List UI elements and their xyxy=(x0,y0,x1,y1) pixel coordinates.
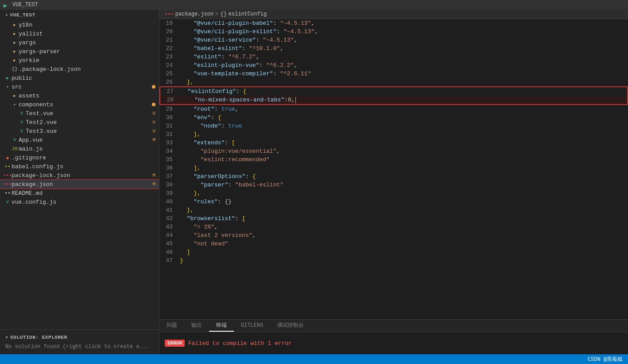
tree-item-label: .gitignore xyxy=(12,155,159,161)
tree-item-label: Test2.vue xyxy=(26,119,152,126)
line-content[interactable]: "parser": "babel-eslint" xyxy=(178,181,628,189)
line-content[interactable]: "last 2 versions", xyxy=(178,231,628,240)
line-content[interactable]: "not dead" xyxy=(178,240,628,248)
line-number: 29 xyxy=(159,105,178,113)
code-line: 28 "no-mixed-spaces-and-tabs":0, xyxy=(159,96,628,105)
file-icon: ▪▪ xyxy=(4,189,12,197)
sidebar: ▾ VUE_TEST ▶y18n▶yallist▶yargs▶yargs-par… xyxy=(0,10,159,354)
panel-tab-problems[interactable]: 问题 xyxy=(159,320,184,332)
line-content[interactable]: "rules": {} xyxy=(178,197,628,206)
tree-item-babel.config.js[interactable]: ▪▪babel.config.js xyxy=(0,162,159,171)
line-content[interactable]: "parserOptions": { xyxy=(178,172,628,181)
line-content[interactable]: "@vue/cli-plugin-eslint": "~4.5.13", xyxy=(178,27,628,36)
line-content[interactable]: ] xyxy=(178,248,628,256)
panel-tab-terminal[interactable]: 终端 xyxy=(209,320,234,332)
title-bar: ▶ VUE_TEST xyxy=(0,0,628,10)
line-number: 19 xyxy=(159,19,178,27)
solution-explorer-title[interactable]: ▾ SOLUTION: EXPLORER xyxy=(0,333,159,342)
tree-item-main.js[interactable]: JSmain.js xyxy=(0,144,159,153)
tree-item-package-lock.json[interactable]: ▪▪▪package-lock.jsonM xyxy=(0,171,159,180)
code-line: 26 }, xyxy=(159,78,628,86)
title-bar-text: VUE_TEST xyxy=(12,2,38,8)
line-content[interactable]: "no-mixed-spaces-and-tabs":0, xyxy=(179,96,627,104)
code-line: 36 ], xyxy=(159,164,628,172)
line-content[interactable]: "eslintConfig": { xyxy=(179,87,627,96)
tree-item-vue.config.js[interactable]: Vvue.config.js xyxy=(0,197,159,206)
tree-item-Test.vue[interactable]: VTest.vueU xyxy=(0,109,159,118)
panel-tab-output[interactable]: 输出 xyxy=(184,320,209,332)
line-content[interactable]: } xyxy=(178,256,628,265)
line-content[interactable]: }, xyxy=(178,130,628,139)
file-badge: M xyxy=(152,137,155,143)
modified-dot xyxy=(152,85,155,89)
panel-tab-debugconsole[interactable]: 调试控制台 xyxy=(270,320,311,332)
tree-item-Test2.vue[interactable]: VTest2.vueU xyxy=(0,118,159,127)
line-content[interactable]: "browserslist": [ xyxy=(178,214,628,223)
line-content[interactable]: "babel-eslint": "^10.1.0", xyxy=(178,44,628,53)
tree-item-yallist[interactable]: ▶yallist xyxy=(0,29,159,38)
panel-tabs: 问题输出终端GITLENS调试控制台 xyxy=(159,320,628,332)
tree-item-assets[interactable]: ▶assets xyxy=(0,91,159,100)
line-number: 21 xyxy=(159,36,178,44)
tree-item-label: package.json xyxy=(12,181,152,188)
tree-item-src[interactable]: ▾src xyxy=(0,82,159,91)
tree-item-label: package-lock.json xyxy=(12,172,152,179)
file-icon: ▶ xyxy=(11,56,19,64)
tree-item-package-lock-json-root[interactable]: {}.package-lock.json xyxy=(0,65,159,74)
tree-item-App.vue[interactable]: VApp.vueM xyxy=(0,136,159,144)
tree-item-label: src xyxy=(12,84,152,90)
tree-item-public[interactable]: ▶public xyxy=(0,74,159,82)
line-content[interactable]: "eslint:recommended" xyxy=(178,155,628,164)
line-content[interactable]: }, xyxy=(178,78,628,86)
line-content[interactable]: "@vue/cli-plugin-babel": "~4.5.13", xyxy=(178,19,628,27)
code-editor[interactable]: 19 "@vue/cli-plugin-babel": "~4.5.13",20… xyxy=(159,19,628,319)
tree-item-gitignore[interactable]: ◆.gitignore xyxy=(0,153,159,162)
line-number: 43 xyxy=(159,223,178,231)
file-icon: ▾ xyxy=(11,101,19,108)
breadcrumb-section: eslintConfig xyxy=(229,11,267,17)
sidebar-section-title[interactable]: ▾ VUE_TEST xyxy=(0,10,159,20)
line-content[interactable]: "extends": [ xyxy=(178,139,628,147)
tree-item-components[interactable]: ▾components xyxy=(0,100,159,109)
line-content[interactable]: "eslint-plugin-vue": "^6.2.2", xyxy=(178,61,628,70)
tree-item-yorkie[interactable]: ▶yorkie xyxy=(0,56,159,65)
tree-item-yargs[interactable]: ▶yargs xyxy=(0,38,159,47)
line-content[interactable]: }, xyxy=(178,206,628,214)
tree-item-README.md[interactable]: ▪▪README.md xyxy=(0,189,159,197)
file-icon: V xyxy=(18,118,26,126)
line-content[interactable]: "plugin:vue/essential", xyxy=(178,147,628,155)
line-number: 27 xyxy=(160,87,179,96)
line-content[interactable]: }, xyxy=(178,189,628,197)
file-icon: ▶ xyxy=(11,39,19,46)
tree-item-y18n[interactable]: ▶y18n xyxy=(0,20,159,29)
breadcrumb-file[interactable]: package.json xyxy=(175,11,213,17)
line-content[interactable]: "vue-template-compiler": "^2.6.11" xyxy=(178,70,628,78)
line-content[interactable]: "env": { xyxy=(178,113,628,122)
line-number: 24 xyxy=(159,61,178,70)
code-line: 23 "eslint": "^6.7.2", xyxy=(159,53,628,61)
code-line: 30 "env": { xyxy=(159,113,628,122)
panel-tab-gitlens[interactable]: GITLENS xyxy=(234,320,270,332)
line-number: 37 xyxy=(159,172,178,181)
line-content[interactable]: "eslint": "^6.7.2", xyxy=(178,53,628,61)
line-content[interactable]: "node": true xyxy=(178,122,628,130)
line-number: 25 xyxy=(159,70,178,78)
line-content[interactable]: ], xyxy=(178,164,628,172)
tree-item-yargs-parser[interactable]: ▶yargs-parser xyxy=(0,47,159,56)
line-number: 41 xyxy=(159,206,178,214)
code-line: 20 "@vue/cli-plugin-eslint": "~4.5.13", xyxy=(159,27,628,36)
tree-item-package.json[interactable]: ▪▪▪package.jsonM xyxy=(0,180,159,189)
code-line: 44 "last 2 versions", xyxy=(159,231,628,240)
code-line: 27 "eslintConfig": { xyxy=(159,86,628,96)
tree-item-Test3.vue[interactable]: VTest3.vueU xyxy=(0,127,159,136)
line-content[interactable]: "root": true, xyxy=(178,105,628,113)
code-line: 39 }, xyxy=(159,189,628,197)
file-icon: V xyxy=(18,109,26,117)
line-content[interactable]: "@vue/cli-service": "~4.5.13", xyxy=(178,36,628,44)
line-content[interactable]: "> 1%", xyxy=(178,223,628,231)
breadcrumb: ▪▪▪ package.json > {} eslintConfig xyxy=(159,10,628,19)
code-line: 47} xyxy=(159,256,628,265)
file-icon: ▪▪▪ xyxy=(4,171,12,179)
line-number: 39 xyxy=(159,189,178,197)
tree-item-label: main.js xyxy=(19,146,159,152)
